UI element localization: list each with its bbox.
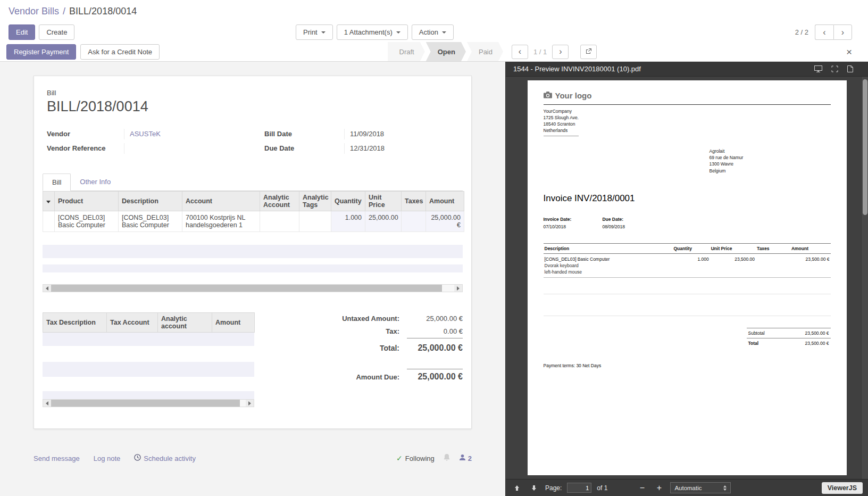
empty-row: [43, 272, 463, 284]
col-amount[interactable]: Amount: [426, 192, 464, 211]
chevron-down-icon: [321, 31, 326, 34]
due-date-value: 08/09/2018: [602, 224, 625, 229]
tab-bill[interactable]: Bill: [43, 173, 71, 191]
credit-note-button[interactable]: Ask for a Credit Note: [80, 44, 160, 60]
vendor-value[interactable]: ASUSTeK: [124, 129, 241, 139]
col-quantity[interactable]: Quantity: [331, 192, 365, 211]
download-icon[interactable]: [847, 65, 853, 72]
empty-row: [43, 232, 463, 245]
print-menu-label: Print: [303, 28, 318, 36]
scrollbar-thumb[interactable]: [863, 79, 867, 215]
payment-terms: Payment terms: 30 Net Days: [544, 363, 831, 368]
scroll-left-arrow[interactable]: [43, 400, 51, 407]
state-open[interactable]: Open: [426, 42, 466, 61]
tax-label: Tax:: [386, 327, 399, 335]
totals-block: Untaxed Amount: 25,000.00 € Tax: 0.00 € …: [330, 312, 463, 386]
record-next-button[interactable]: ›: [833, 24, 852, 40]
bell-icon[interactable]: [443, 453, 450, 463]
form-sheet: Bill BILL/2018/0014 Vendor ASUSTeK Vendo…: [34, 76, 472, 429]
print-menu-button[interactable]: Print: [296, 24, 333, 40]
scrollbar-thumb[interactable]: [51, 400, 240, 407]
send-message-button[interactable]: Send message: [34, 454, 80, 462]
invoice-title: Invoice INV/2018/0001: [544, 193, 831, 204]
amount-due-label: Amount Due:: [356, 373, 399, 381]
followers-count: 2: [468, 454, 472, 462]
zoom-mode-select[interactable]: Automatic: [670, 482, 731, 493]
pdf-viewport: Your logo YourCompany 1725 Slough Ave. 1…: [506, 77, 868, 479]
pdf-page-indicator: 1 / 1: [533, 48, 547, 56]
scroll-left-arrow[interactable]: [43, 285, 51, 292]
page-down-button[interactable]: [528, 482, 540, 494]
record-prev-button[interactable]: ‹: [815, 24, 833, 40]
breadcrumb: Vendor Bills / BILL/2018/0014: [0, 0, 868, 22]
zoom-in-button[interactable]: +: [653, 483, 665, 493]
chevron-down-icon: [396, 31, 400, 34]
log-note-button[interactable]: Log note: [94, 454, 121, 462]
col-taxes[interactable]: Taxes: [402, 192, 426, 211]
empty-row: [43, 264, 463, 272]
col-product[interactable]: Product: [55, 192, 119, 211]
empty-row: [43, 391, 254, 399]
presentation-mode-icon[interactable]: [814, 65, 822, 72]
col-tax-description[interactable]: Tax Description: [43, 313, 107, 333]
breadcrumb-current: BILL/2018/0014: [69, 6, 137, 17]
create-button[interactable]: Create: [39, 24, 74, 40]
register-payment-button[interactable]: Register Payment: [6, 44, 76, 60]
attachments-menu-label: 1 Attachment(s): [344, 28, 393, 36]
invoice-line-row[interactable]: [CONS_DEL03] Basic Computer [CONS_DEL03]…: [43, 211, 464, 232]
pdf-prev-page-button[interactable]: ‹: [512, 45, 528, 59]
bill-date-value: 11/09/2018: [344, 129, 458, 139]
col-analytic-account[interactable]: Analytic account: [158, 313, 212, 333]
viewerjs-badge[interactable]: ViewerJS: [822, 482, 863, 494]
clock-icon: [134, 454, 141, 462]
scrollbar-thumb[interactable]: [51, 285, 442, 292]
tab-other-info[interactable]: Other Info: [71, 173, 120, 191]
page-number-input[interactable]: [567, 483, 591, 493]
col-tax-account[interactable]: Tax Account: [107, 313, 158, 333]
chevron-down-icon: [442, 31, 446, 34]
edit-button[interactable]: Edit: [9, 24, 35, 40]
col-account[interactable]: Account: [182, 192, 260, 211]
attachments-menu-button[interactable]: 1 Attachment(s): [337, 24, 408, 40]
untaxed-amount-label: Untaxed Amount:: [342, 315, 399, 323]
total-value: 25,000.00 €: [407, 343, 463, 353]
following-button[interactable]: ✓ Following: [396, 454, 435, 462]
divider: [544, 316, 831, 316]
col-amount[interactable]: Amount: [212, 313, 255, 333]
fullscreen-icon[interactable]: [831, 65, 838, 72]
state-draft[interactable]: Draft: [388, 42, 425, 61]
person-icon: [459, 454, 466, 462]
close-preview-button[interactable]: ×: [846, 47, 852, 57]
empty-row: [43, 245, 463, 258]
schedule-activity-button[interactable]: Schedule activity: [134, 454, 196, 462]
amount-due-value: 25,000.00 €: [407, 369, 463, 382]
col-description[interactable]: Description: [119, 192, 182, 211]
action-menu-button[interactable]: Action: [412, 24, 454, 40]
report-logo: Your logo: [544, 91, 831, 105]
report-total-value: 23,500.00 €: [805, 341, 829, 346]
pdf-next-page-button[interactable]: ›: [552, 45, 569, 59]
followers-button[interactable]: 2: [459, 454, 472, 462]
col-unit-price[interactable]: Unit Price: [365, 192, 402, 211]
state-paid[interactable]: Paid: [467, 42, 503, 61]
cell-account: 700100 Kostprijs NL handelsgoederen 1: [182, 211, 260, 232]
lines-horizontal-scrollbar: [43, 284, 463, 292]
select-arrows-icon: [723, 485, 727, 491]
customer-address: Agrolait 69 rue de Namur 1300 Wavre Belg…: [710, 148, 831, 174]
col-analytic-tags[interactable]: Analytic Tags: [299, 192, 331, 211]
scroll-right-arrow[interactable]: [454, 285, 462, 292]
zoom-out-button[interactable]: −: [636, 483, 648, 493]
pdf-title: 1544 - Preview INVINV20180001 (10).pdf: [513, 65, 641, 73]
check-icon: ✓: [396, 454, 403, 462]
pdf-scrollbar: [861, 77, 868, 479]
page-up-button[interactable]: [511, 482, 523, 494]
document-type-label: Bill: [47, 89, 463, 97]
breadcrumb-vendor-bills[interactable]: Vendor Bills: [9, 6, 59, 17]
empty-row: [43, 346, 254, 362]
col-analytic-account[interactable]: Analytic Account: [260, 192, 299, 211]
scroll-right-arrow[interactable]: [246, 400, 254, 407]
open-attachment-button[interactable]: [580, 45, 597, 59]
invoice-dates: Invoice Date: 07/10/2018 Due Date: 08/09…: [544, 217, 831, 229]
cell-amount: 25,000.00 €: [426, 211, 464, 232]
optional-columns-toggle[interactable]: [43, 192, 55, 211]
